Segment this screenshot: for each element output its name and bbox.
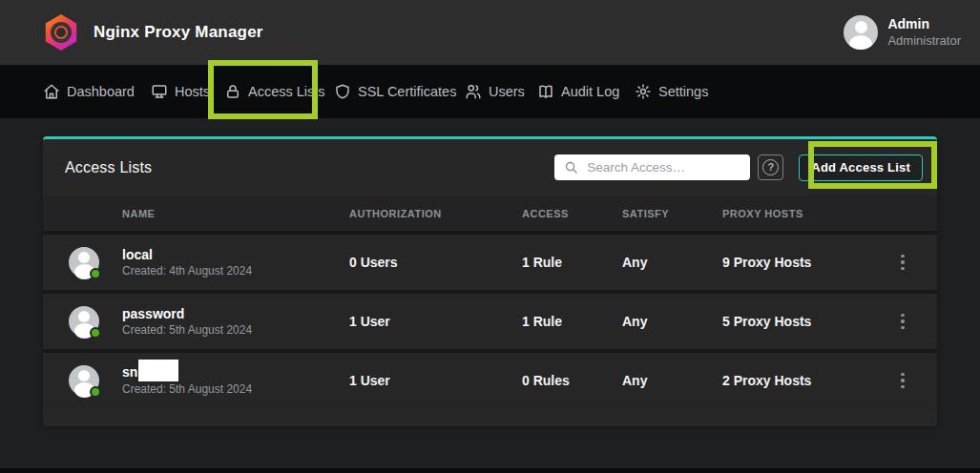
user-avatar[interactable] (844, 15, 878, 50)
access-value: 0 Rules (522, 373, 622, 388)
users-icon (465, 83, 482, 100)
authorization-value: 1 User (349, 373, 522, 388)
nav-item-label: SSL Certificates (358, 84, 456, 99)
access-value: 1 Rule (522, 255, 622, 270)
access-value: 1 Rule (522, 314, 622, 329)
satisfy-value: Any (622, 373, 722, 388)
user-info: Admin Administrator (887, 16, 961, 49)
satisfy-value: Any (622, 314, 722, 329)
nav-item-settings[interactable]: Settings (635, 65, 708, 118)
nav-item-label: Hosts (175, 84, 210, 99)
help-icon: ? (762, 159, 779, 175)
user-role: Administrator (887, 33, 961, 49)
access-list-avatar (69, 306, 99, 337)
name-cell: local Created: 4th August 2024 (43, 246, 349, 279)
nav-item-label: Access Lists (248, 84, 325, 99)
user-menu[interactable]: Admin Administrator (844, 15, 961, 50)
access-list-name: local (122, 246, 252, 263)
nav-item-label: Audit Log (561, 84, 619, 99)
name-block: sn Created: 5th August 2024 (122, 363, 252, 397)
access-list-name: sn (122, 363, 252, 381)
add-access-list-button[interactable]: Add Access List (799, 154, 923, 181)
name-cell: password Created: 5th August 2024 (43, 305, 349, 339)
nav-item-audit-log[interactable]: Audit Log (537, 65, 619, 118)
row-menu-kebab-icon[interactable] (891, 307, 914, 336)
nav-item-label: Dashboard (67, 84, 135, 99)
proxy-hosts-value: 2 Proxy Hosts (722, 373, 891, 388)
authorization-value: 1 User (349, 314, 522, 329)
proxy-hosts-value: 9 Proxy Hosts (722, 255, 891, 270)
nav-item-ssl-certificates[interactable]: SSL Certificates (334, 65, 456, 118)
table-row[interactable]: password Created: 5th August 2024 1 User… (43, 290, 937, 349)
nav-item-label: Users (489, 84, 525, 99)
window-bottom-edge (0, 468, 980, 473)
access-lists-panel: Access Lists ? Add Access List NAME AUTH… (43, 136, 937, 426)
nav-item-access-lists[interactable]: Access Lists (224, 65, 325, 118)
app-title: Nginx Proxy Manager (94, 23, 263, 42)
nav-item-users[interactable]: Users (465, 65, 525, 118)
proxy-hosts-value: 5 Proxy Hosts (722, 314, 891, 329)
column-header-proxy-hosts: PROXY HOSTS (722, 208, 891, 219)
column-header-authorization: AUTHORIZATION (349, 208, 522, 219)
row-menu-kebab-icon[interactable] (891, 248, 914, 277)
page-title: Access Lists (65, 159, 152, 176)
authorization-value: 0 Users (349, 255, 522, 270)
status-online-dot (90, 268, 101, 279)
search-input[interactable] (554, 154, 750, 180)
status-online-dot (90, 386, 101, 398)
panel-header: Access Lists ? Add Access List (43, 139, 937, 195)
column-header-name: NAME (43, 208, 349, 219)
satisfy-value: Any (622, 255, 722, 270)
shield-icon (334, 83, 351, 100)
table-row[interactable]: local Created: 4th August 2024 0 Users 1… (43, 231, 937, 290)
column-header-access: ACCESS (522, 208, 622, 219)
row-menu-kebab-icon[interactable] (891, 366, 914, 395)
created-date: Created: 4th August 2024 (122, 264, 252, 279)
created-date: Created: 5th August 2024 (122, 382, 252, 398)
access-list-avatar (69, 365, 99, 396)
lock-icon (224, 83, 241, 100)
app-header: Nginx Proxy Manager Admin Administrator (0, 0, 980, 65)
main-nav: Dashboard Hosts Access Lists SSL Certifi… (0, 65, 980, 118)
created-date: Created: 5th August 2024 (122, 323, 252, 339)
nav-item-dashboard[interactable]: Dashboard (43, 65, 135, 118)
nav-item-hosts[interactable]: Hosts (151, 65, 210, 118)
access-list-name: password (122, 305, 252, 322)
panel-actions: ? Add Access List (554, 154, 923, 181)
table-row[interactable]: sn Created: 5th August 2024 1 User 0 Rul… (43, 349, 937, 408)
table-header: NAME AUTHORIZATION ACCESS SATISFY PROXY … (43, 195, 937, 231)
monitor-icon (151, 83, 168, 100)
status-online-dot (90, 327, 101, 339)
name-block: password Created: 5th August 2024 (122, 305, 252, 339)
help-button[interactable]: ? (758, 154, 783, 180)
name-block: local Created: 4th August 2024 (122, 246, 252, 279)
user-name: Admin (887, 16, 961, 33)
search-box (554, 154, 750, 180)
app-window: Nginx Proxy Manager Admin Administrator … (0, 0, 980, 473)
access-list-avatar (69, 247, 99, 278)
home-icon (43, 83, 60, 100)
redaction-box (138, 360, 178, 381)
column-header-satisfy: SATISFY (622, 208, 722, 219)
gear-icon (635, 83, 652, 100)
book-icon (537, 83, 554, 100)
nginx-proxy-manager-logo-icon (44, 14, 78, 51)
nav-item-label: Settings (658, 84, 708, 99)
search-icon (564, 160, 578, 175)
name-cell: sn Created: 5th August 2024 (43, 363, 349, 397)
